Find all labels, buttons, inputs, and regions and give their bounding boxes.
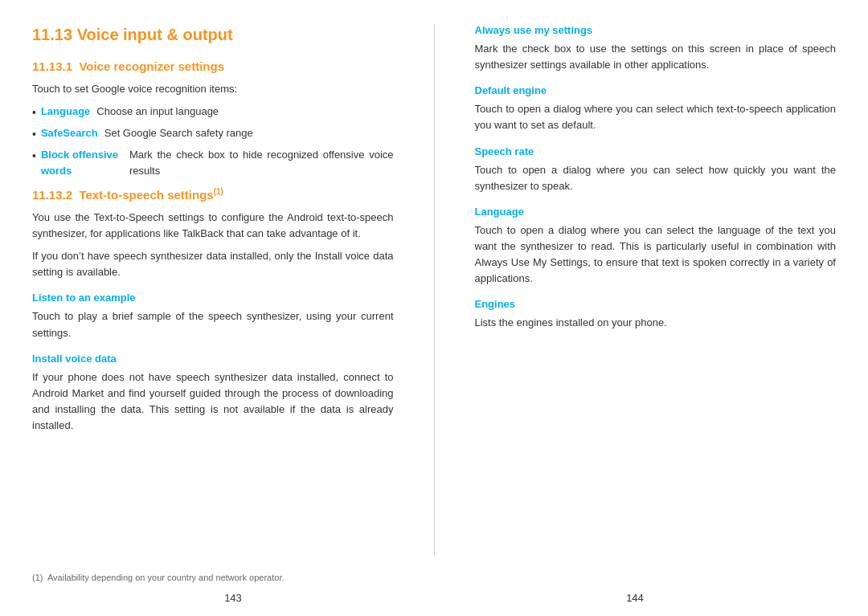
bullet-offensive-line1: Block offensive bbox=[41, 147, 129, 163]
bullet-desc-language: Choose an input language bbox=[96, 104, 219, 120]
bullet-dot-3: • bbox=[32, 148, 36, 165]
page-number-right: 144 bbox=[434, 592, 836, 604]
footnote-area: (1) Availability depending on your count… bbox=[0, 572, 868, 592]
language-body: Touch to open a dialog where you can sel… bbox=[475, 222, 837, 288]
bullet-block-offensive: • Block offensive words Mark the check b… bbox=[32, 147, 394, 179]
section-2-para1: You use the Text-to-Speech settings to c… bbox=[32, 210, 394, 242]
chapter-number: 11.13 bbox=[32, 26, 72, 43]
always-use-title: Always use my settings bbox=[475, 24, 837, 36]
bullet-label-language: Language bbox=[41, 104, 90, 120]
engines-body: Lists the engines installed on your phon… bbox=[475, 315, 837, 331]
speech-rate-body: Touch to open a dialog where you can sel… bbox=[475, 162, 837, 194]
section-2-para2: If you don’t have speech synthesizer dat… bbox=[32, 248, 394, 280]
bullet-dot: • bbox=[32, 104, 36, 122]
language-title: Language bbox=[475, 206, 837, 218]
bullet-offensive-line2: words bbox=[41, 163, 129, 179]
footnote-number: (1) bbox=[32, 573, 43, 582]
section-2-title: 11.13.2 Text-to-speech settings(1) bbox=[32, 187, 394, 202]
install-body: If your phone does not have speech synth… bbox=[32, 369, 394, 434]
right-column: Always use my settings Mark the check bo… bbox=[475, 24, 837, 556]
section-1-title: 11.13.1 Voice recognizer settings bbox=[32, 59, 394, 73]
bullet-dot-2: • bbox=[32, 126, 36, 144]
listen-title: Listen to an example bbox=[32, 292, 394, 304]
engines-title: Engines bbox=[475, 298, 837, 310]
install-title: Install voice data bbox=[32, 353, 394, 365]
speech-rate-title: Speech rate bbox=[475, 145, 837, 157]
bullet-desc-offensive: Mark the check box to hide recognized of… bbox=[129, 147, 394, 179]
bullet-label-safesearch: SafeSearch bbox=[41, 125, 98, 141]
chapter-name: Voice input & output bbox=[77, 26, 233, 43]
section-1-intro: Touch to set Google voice recognition it… bbox=[32, 81, 394, 97]
column-divider bbox=[434, 24, 435, 556]
page-number-left: 143 bbox=[32, 592, 434, 604]
section-2-superscript: (1) bbox=[214, 187, 223, 196]
always-use-body: Mark the check box to use the settings o… bbox=[475, 41, 837, 73]
bullet-label-block: Block offensive words bbox=[41, 147, 129, 179]
default-engine-title: Default engine bbox=[475, 84, 837, 96]
listen-body: Touch to play a brief sample of the spee… bbox=[32, 308, 394, 341]
left-column: 11.13 Voice input & output 11.13.1 Voice… bbox=[32, 24, 394, 556]
default-engine-body: Touch to open a dialog where you can sel… bbox=[475, 101, 837, 133]
bullet-safesearch: • SafeSearch Set Google Search safety ra… bbox=[32, 125, 394, 144]
bullet-list: • Language Choose an input language • Sa… bbox=[32, 104, 394, 179]
chapter-title: 11.13 Voice input & output bbox=[32, 24, 394, 45]
bullet-desc-safesearch: Set Google Search safety range bbox=[104, 125, 253, 141]
footnote: (1) Availability depending on your count… bbox=[32, 572, 285, 584]
bullet-language: • Language Choose an input language bbox=[32, 104, 394, 122]
footnote-text-content: Availability depending on your country a… bbox=[47, 573, 285, 582]
page-numbers: 143 144 bbox=[0, 592, 868, 616]
